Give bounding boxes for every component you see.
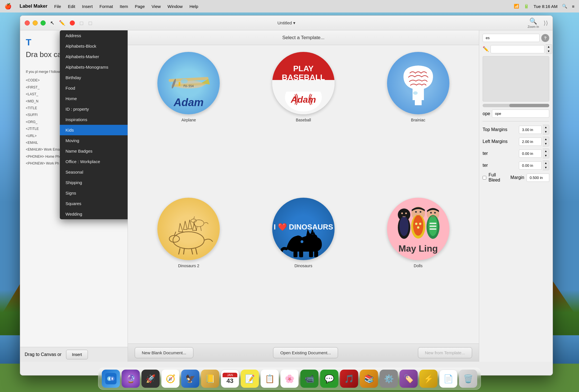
- dropdown-item-alphabets-monograms[interactable]: Alphabets-Monograms: [60, 62, 128, 72]
- dropdown-item-inspirations[interactable]: Inspirations: [60, 114, 128, 125]
- dropdown-item-moving[interactable]: Moving: [60, 135, 128, 146]
- siri-icon[interactable]: 🔮: [122, 370, 140, 388]
- scrollbar-area[interactable]: [483, 104, 549, 107]
- dropdown-item-signs[interactable]: Signs: [60, 188, 128, 198]
- document-icon[interactable]: 📄: [439, 370, 457, 388]
- menu-view[interactable]: View: [152, 4, 161, 9]
- open-existing-document-button[interactable]: Open Existing Document...: [273, 347, 338, 358]
- option1-icon[interactable]: ◻: [79, 20, 84, 26]
- dropdown-item-alphabets-marker[interactable]: Alphabets-Marker: [60, 51, 128, 62]
- menu-insert[interactable]: Insert: [82, 4, 93, 9]
- books-icon[interactable]: 📚: [360, 370, 378, 388]
- template-item-dino2[interactable]: Dinosaurs 2: [135, 198, 243, 337]
- menu-page[interactable]: Page: [135, 4, 145, 9]
- apple-menu[interactable]: 🍎: [5, 3, 12, 10]
- info-button[interactable]: ?: [541, 34, 549, 42]
- dropdown-item-shipping[interactable]: Shipping: [60, 177, 128, 188]
- gutter2-up[interactable]: ▲: [543, 161, 549, 165]
- menu-file[interactable]: File: [54, 4, 61, 9]
- gutter1-down[interactable]: ▼: [543, 153, 549, 158]
- left-margins-input[interactable]: [519, 138, 542, 146]
- top-margins-input[interactable]: [519, 126, 542, 134]
- launchpad-icon[interactable]: 🚀: [141, 370, 160, 388]
- template-item-dino[interactable]: I ❤️ DINOSAURS: [250, 198, 358, 337]
- dropdown-item-squares[interactable]: Squares: [60, 198, 128, 209]
- dropdown-item-alphabets-block[interactable]: Alphabets-Block: [60, 41, 128, 51]
- new-from-template-button[interactable]: New from Template...: [418, 347, 472, 358]
- template-item-airplane[interactable]: FU-554 Adam Airplane: [135, 52, 243, 191]
- menu-item[interactable]: Item: [120, 4, 128, 9]
- search-icon[interactable]: 🔍: [562, 4, 567, 9]
- trash-icon[interactable]: 🗑️: [459, 370, 477, 388]
- template-circle-dolls[interactable]: May Ling: [387, 198, 449, 260]
- option2-icon[interactable]: ◻: [88, 20, 92, 26]
- margin-input[interactable]: [527, 174, 549, 182]
- size-input[interactable]: All Sizes: [491, 45, 544, 53]
- left-margins-down[interactable]: ▼: [543, 142, 549, 146]
- search-input[interactable]: [483, 34, 540, 42]
- reminders-icon[interactable]: 📋: [261, 370, 279, 388]
- gutter-input2[interactable]: [519, 161, 542, 170]
- control-center-icon[interactable]: ≡: [572, 4, 574, 9]
- dropdown-item-name-badges[interactable]: Name Badges: [60, 146, 128, 156]
- music-icon[interactable]: 🎵: [340, 370, 358, 388]
- insert-button[interactable]: Insert: [66, 350, 88, 359]
- dropdown-item-address[interactable]: Address: [60, 30, 128, 41]
- dropdown-item-office[interactable]: Office : Workplace: [60, 156, 128, 167]
- gutter1-up[interactable]: ▲: [543, 149, 549, 153]
- template-grid[interactable]: FU-554 Adam Airplane PLAYBASEBALL: [128, 45, 479, 343]
- finder-icon[interactable]: [102, 370, 120, 388]
- mail-icon[interactable]: 🦅: [181, 370, 199, 388]
- gutter2-down[interactable]: ▼: [543, 165, 549, 170]
- dropdown-item-birthday[interactable]: Birthday: [60, 72, 128, 83]
- shape-select[interactable]: ope Round Square: [492, 109, 549, 118]
- arrow-tool-icon[interactable]: ↖: [50, 20, 54, 26]
- size-down-arrow[interactable]: ▼: [546, 49, 552, 54]
- dropdown-item-wedding[interactable]: Wedding: [60, 209, 128, 219]
- record-button[interactable]: [70, 20, 75, 26]
- dropdown-item-id-property[interactable]: ID : property: [60, 104, 128, 114]
- minimize-button[interactable]: [33, 20, 38, 26]
- scrollbar-thumb[interactable]: [509, 104, 549, 107]
- top-margins-up[interactable]: ▲: [543, 125, 549, 130]
- contacts-icon[interactable]: 📒: [201, 370, 219, 388]
- template-circle-dino[interactable]: I ❤️ DINOSAURS: [272, 198, 335, 260]
- menu-edit[interactable]: Edit: [68, 4, 75, 9]
- dropdown-item-seasonal[interactable]: Seasonal: [60, 167, 128, 177]
- safari-icon[interactable]: 🧭: [161, 370, 179, 388]
- reeder-icon[interactable]: ⚡: [419, 370, 438, 388]
- top-margins-down[interactable]: ▼: [543, 130, 549, 134]
- notes-icon[interactable]: 📝: [241, 370, 259, 388]
- dropdown-item-home[interactable]: Home: [60, 93, 128, 104]
- wifi-icon[interactable]: 📶: [514, 4, 519, 9]
- template-circle-brainiac[interactable]: [387, 52, 449, 114]
- system-preferences-icon[interactable]: ⚙️: [380, 370, 398, 388]
- label-maker-dock-icon[interactable]: 🏷️: [400, 370, 418, 388]
- messages-icon[interactable]: 💬: [320, 370, 338, 388]
- facetime-icon[interactable]: 📹: [300, 370, 318, 388]
- close-button[interactable]: [25, 20, 30, 26]
- left-margins-up[interactable]: ▲: [543, 137, 549, 142]
- size-up-arrow[interactable]: ▲: [546, 45, 552, 49]
- photos-icon[interactable]: 🌸: [280, 370, 299, 388]
- template-circle-baseball[interactable]: PLAYBASEBALL Adam: [272, 52, 335, 114]
- template-item-dolls[interactable]: May Ling Dolls: [364, 198, 472, 337]
- menu-window[interactable]: Window: [168, 4, 183, 9]
- dropdown-item-kids[interactable]: Kids: [60, 125, 128, 135]
- template-item-baseball[interactable]: PLAYBASEBALL Adam Baseball: [250, 52, 358, 191]
- zoom-in-button[interactable]: 🔍 Zoom In: [528, 18, 539, 28]
- full-bleed-checkbox[interactable]: [483, 176, 486, 180]
- menu-format[interactable]: Format: [100, 4, 113, 9]
- maximize-button[interactable]: [41, 20, 46, 26]
- gutter-input1[interactable]: [519, 149, 542, 158]
- expand-icon[interactable]: ⟩⟩: [544, 20, 548, 26]
- new-blank-document-button[interactable]: New Blank Document...: [135, 347, 193, 358]
- template-item-brainiac[interactable]: Brainiac: [364, 52, 472, 191]
- template-circle-airplane[interactable]: FU-554 Adam: [157, 52, 220, 114]
- template-circle-dino2[interactable]: [157, 198, 220, 260]
- menu-help[interactable]: Help: [189, 4, 198, 9]
- dropdown-item-food[interactable]: Food: [60, 83, 128, 93]
- calendar-icon[interactable]: JAN 43: [221, 370, 239, 388]
- battery-icon[interactable]: 🔋: [524, 4, 529, 9]
- category-dropdown[interactable]: Address Alphabets-Block Alphabets-Marker…: [60, 30, 128, 219]
